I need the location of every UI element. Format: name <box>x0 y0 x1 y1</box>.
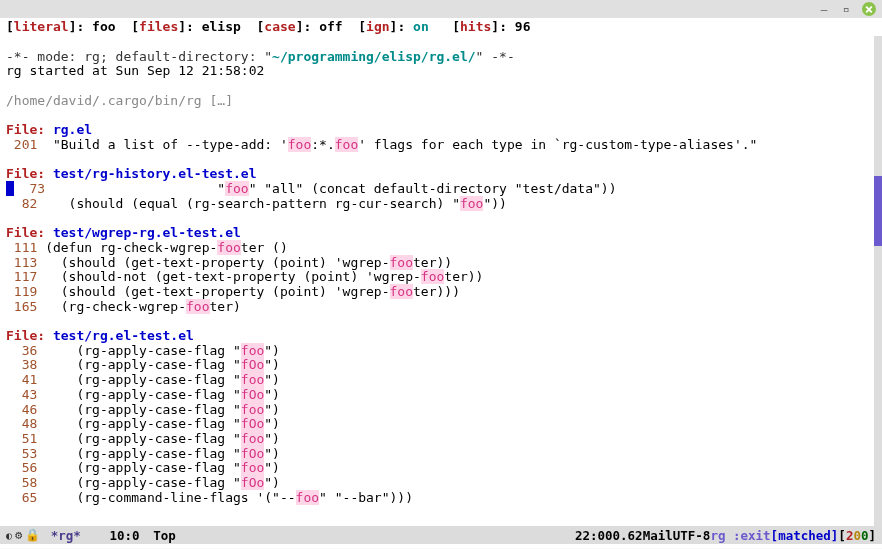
gear-icon[interactable]: ⚙ <box>15 528 22 542</box>
minibuffer[interactable] <box>0 544 882 548</box>
hits-label: hits <box>460 19 491 34</box>
buffer-name[interactable]: *rg* <box>43 528 88 543</box>
line-number[interactable]: 65 <box>6 490 37 505</box>
clock-time: 22:00 <box>575 528 613 543</box>
maximize-button[interactable]: ▫ <box>840 3 852 15</box>
mode-line-prefix: -*- mode: rg; default-directory: " <box>6 49 272 64</box>
file-name[interactable]: test/rg-history.el-test.el <box>53 166 257 181</box>
match: foo <box>186 299 209 314</box>
match: fOo <box>241 357 264 372</box>
line-text[interactable]: (should (get-text-property (point) 'wgre… <box>37 284 460 299</box>
match: foo <box>241 460 264 475</box>
line-text[interactable]: (rg-apply-case-flag "foo") <box>37 460 280 475</box>
match: fOo <box>241 387 264 402</box>
line-text[interactable]: (rg-apply-case-flag "foo") <box>37 372 280 387</box>
match: foo <box>217 240 240 255</box>
file-name[interactable]: test/wgrep-rg.el-test.el <box>53 225 241 240</box>
hits-value: 96 <box>515 19 531 34</box>
line-text[interactable]: (rg-command-line-flags '("--foo" "--bar"… <box>37 490 413 505</box>
line-text[interactable]: (should (get-text-property (point) 'wgre… <box>37 255 452 270</box>
rg-binary-path: /home/david/.cargo/bin/rg <box>6 93 202 108</box>
line-text[interactable]: (rg-apply-case-flag "fOo") <box>37 475 280 490</box>
case-value: off <box>319 19 342 34</box>
match: foo <box>241 372 264 387</box>
line-number[interactable]: 111 <box>6 240 37 255</box>
line-number[interactable]: 36 <box>6 343 37 358</box>
file-name[interactable]: test/rg.el-test.el <box>53 328 194 343</box>
match: foo <box>241 343 264 358</box>
stat-1: 2 <box>846 528 854 543</box>
line-number[interactable]: 58 <box>6 475 37 490</box>
line-text[interactable]: (rg-apply-case-flag "foo") <box>37 343 280 358</box>
line-number[interactable]: 51 <box>6 431 37 446</box>
line-number[interactable]: 73 <box>14 181 45 196</box>
cursor <box>6 181 14 196</box>
match: foo <box>390 284 413 299</box>
line-number[interactable]: 56 <box>6 460 37 475</box>
results-pane[interactable]: -*- mode: rg; default-directory: "~/prog… <box>0 35 882 526</box>
line-number[interactable]: 43 <box>6 387 37 402</box>
match: fOo <box>241 475 264 490</box>
match: foo <box>390 255 413 270</box>
line-number[interactable]: 201 <box>6 137 37 152</box>
exit-status: :exit <box>733 528 771 543</box>
window-titlebar: — ▫ × <box>0 0 882 18</box>
search-header: [literal]: foo [files]: elisp [case]: of… <box>0 18 882 35</box>
load-avg: 0.62 <box>613 528 643 543</box>
file-label: File: <box>6 328 53 343</box>
line-number[interactable]: 46 <box>6 402 37 417</box>
results-list: File: rg.el 201 "Build a list of --type-… <box>6 123 876 505</box>
match: foo <box>225 181 248 196</box>
line-text[interactable]: (rg-apply-case-flag "fOo") <box>37 446 280 461</box>
line-text[interactable]: (rg-check-wgrep-footer) <box>37 299 241 314</box>
file-name[interactable]: rg.el <box>53 122 92 137</box>
file-label: File: <box>6 225 53 240</box>
match: foo <box>241 431 264 446</box>
ign-value: on <box>413 19 429 34</box>
ellipsis: […] <box>202 93 233 108</box>
match-status: [matched] <box>771 528 839 543</box>
line-text[interactable]: (rg-apply-case-flag "fOo") <box>37 387 280 402</box>
line-number[interactable]: 117 <box>6 269 37 284</box>
mail-indicator: Mail <box>643 528 673 543</box>
mode-line-suffix: " -*- <box>476 49 515 64</box>
line-text[interactable]: "foo" "all" (concat default-directory "t… <box>45 181 616 196</box>
line-number[interactable]: 41 <box>6 372 37 387</box>
close-button[interactable]: × <box>862 2 876 16</box>
line-text[interactable]: (rg-apply-case-flag "fOo") <box>37 357 280 372</box>
minimize-button[interactable]: — <box>818 3 830 15</box>
line-number[interactable]: 113 <box>6 255 37 270</box>
line-number[interactable]: 48 <box>6 416 37 431</box>
match: foo <box>335 137 358 152</box>
line-text[interactable]: "Build a list of --type-add: 'foo:*.foo'… <box>37 137 757 152</box>
encoding: UTF-8 <box>673 528 711 543</box>
stat-3: 0 <box>861 528 869 543</box>
rg-mode: rg <box>710 528 725 543</box>
match: foo <box>241 402 264 417</box>
match: foo <box>288 137 311 152</box>
line-number[interactable]: 53 <box>6 446 37 461</box>
line-text[interactable]: (should-not (get-text-property (point) '… <box>37 269 483 284</box>
lock-icon: 🔒 <box>25 528 40 542</box>
status-icon: ◐ <box>6 530 12 541</box>
match: foo <box>296 490 319 505</box>
line-text[interactable]: (rg-apply-case-flag "foo") <box>37 431 280 446</box>
cursor-position: 10:0 <box>110 528 140 543</box>
line-text[interactable]: (rg-apply-case-flag "foo") <box>37 402 280 417</box>
match: foo <box>460 196 483 211</box>
start-time: rg started at Sun Sep 12 21:58:02 <box>6 63 264 78</box>
line-text[interactable]: (rg-apply-case-flag "fOo") <box>37 416 280 431</box>
line-text[interactable]: (should (equal (rg-search-pattern rg-cur… <box>37 196 507 211</box>
line-number[interactable]: 38 <box>6 357 37 372</box>
file-label: File: <box>6 166 53 181</box>
scrollbar-thumb[interactable] <box>874 176 882 246</box>
line-number[interactable]: 119 <box>6 284 37 299</box>
line-number[interactable]: 165 <box>6 299 37 314</box>
match: foo <box>421 269 444 284</box>
ign-label: ign <box>366 19 389 34</box>
mode-line: ◐ ⚙ 🔒 *rg* 10:0 Top 22:00 0.62 Mail UTF-… <box>0 526 882 544</box>
line-number[interactable]: 82 <box>6 196 37 211</box>
scrollbar[interactable] <box>874 36 882 527</box>
line-text[interactable]: (defun rg-check-wgrep-footer () <box>37 240 287 255</box>
literal-label: literal <box>14 19 69 34</box>
